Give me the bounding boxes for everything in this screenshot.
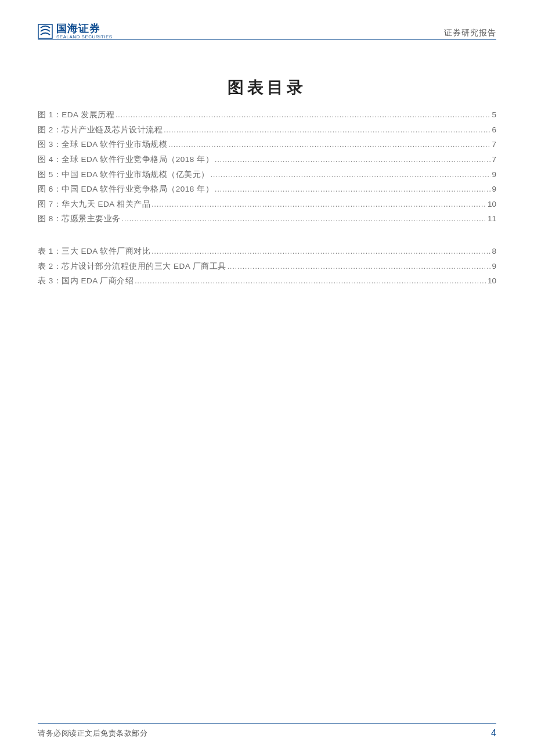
toc-label: 表 2：芯片设计部分流程使用的三大 EDA 厂商工具: [38, 259, 226, 274]
toc-page: 11: [488, 211, 496, 226]
toc-entry: 图 3：全球 EDA 软件行业市场规模7: [38, 137, 496, 152]
toc-leader: [168, 137, 490, 152]
toc-label: 图 6：中国 EDA 软件行业竞争格局（2018 年）: [38, 182, 214, 197]
toc-label: 图 1：EDA 发展历程: [38, 107, 114, 123]
toc-page: 5: [492, 107, 496, 123]
toc-page: 9: [492, 259, 496, 274]
toc-entry: 图 6：中国 EDA 软件行业竞争格局（2018 年）9: [38, 182, 496, 197]
toc-leader: [228, 259, 491, 274]
toc-entry: 图 1：EDA 发展历程5: [38, 107, 496, 123]
logo-text: 国海证券 SEALAND SECURITIES: [56, 23, 113, 39]
toc-leader: [215, 182, 490, 197]
report-type-label: 证券研究报告: [444, 28, 496, 39]
toc-label: 图 8：芯愿景主要业务: [38, 211, 121, 226]
page-footer: 请务必阅读正文后免责条款部分 4: [38, 728, 496, 739]
logo-english: SEALAND SECURITIES: [56, 35, 113, 39]
toc-label: 表 3：国内 EDA 厂商介绍: [38, 273, 134, 289]
toc-page: 9: [492, 182, 496, 197]
company-logo: 国海证券 SEALAND SECURITIES: [38, 23, 113, 39]
header-divider: [38, 39, 496, 40]
toc-leader: [151, 244, 490, 259]
toc-entry: 表 1：三大 EDA 软件厂商对比8: [38, 244, 496, 259]
toc-entry: 图 5：中国 EDA 软件行业市场规模（亿美元）9: [38, 167, 496, 182]
toc-entry: 图 2：芯片产业链及芯片设计流程6: [38, 123, 496, 138]
toc-leader: [211, 167, 491, 182]
toc-page: 10: [488, 273, 496, 289]
logo-chinese: 国海证券: [56, 23, 113, 34]
toc-page: 10: [488, 197, 496, 212]
page-header: 国海证券 SEALAND SECURITIES 证券研究报告: [38, 16, 496, 39]
tables-list: 表 1：三大 EDA 软件厂商对比8 表 2：芯片设计部分流程使用的三大 EDA…: [38, 244, 496, 289]
table-of-contents: 图 1：EDA 发展历程5 图 2：芯片产业链及芯片设计流程6 图 3：全球 E…: [38, 107, 496, 306]
toc-leader: [116, 107, 490, 123]
toc-label: 图 3：全球 EDA 软件行业市场规模: [38, 137, 167, 152]
logo-icon: [38, 24, 53, 39]
toc-label: 图 5：中国 EDA 软件行业市场规模（亿美元）: [38, 167, 210, 182]
toc-label: 表 1：三大 EDA 软件厂商对比: [38, 244, 150, 259]
toc-label: 图 7：华大九天 EDA 相关产品: [38, 197, 150, 212]
toc-entry: 表 2：芯片设计部分流程使用的三大 EDA 厂商工具9: [38, 259, 496, 274]
page-number: 4: [491, 728, 496, 739]
toc-leader: [135, 273, 486, 289]
toc-entry: 图 4：全球 EDA 软件行业竞争格局（2018 年）7: [38, 152, 496, 167]
toc-page: 8: [492, 244, 496, 259]
toc-label: 图 2：芯片产业链及芯片设计流程: [38, 123, 163, 138]
footer-divider: [38, 723, 496, 724]
toc-leader: [164, 123, 490, 138]
toc-page: 7: [492, 137, 496, 152]
toc-entry: 表 3：国内 EDA 厂商介绍10: [38, 273, 496, 289]
footer-disclaimer: 请务必阅读正文后免责条款部分: [38, 729, 147, 739]
toc-page: 9: [492, 167, 496, 182]
page-title: 图表目录: [0, 77, 534, 99]
toc-entry: 图 7：华大九天 EDA 相关产品10: [38, 197, 496, 212]
toc-leader: [151, 197, 486, 212]
toc-page: 7: [492, 152, 496, 167]
toc-page: 6: [492, 123, 496, 138]
toc-leader: [122, 211, 486, 226]
toc-leader: [215, 152, 490, 167]
figures-list: 图 1：EDA 发展历程5 图 2：芯片产业链及芯片设计流程6 图 3：全球 E…: [38, 107, 496, 226]
toc-entry: 图 8：芯愿景主要业务11: [38, 211, 496, 226]
toc-label: 图 4：全球 EDA 软件行业竞争格局（2018 年）: [38, 152, 214, 167]
